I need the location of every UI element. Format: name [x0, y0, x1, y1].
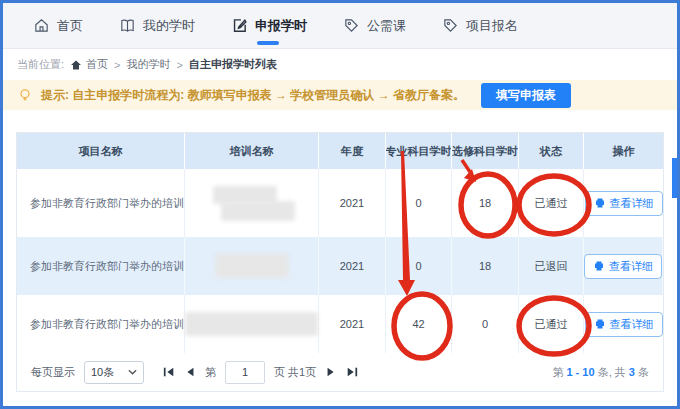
table-header-row: 项目名称 培训名称 年度 专业科目学时 选修科目学时 状态 操作 — [17, 133, 663, 169]
redacted-training-name — [209, 186, 295, 221]
col-header-elective-hours: 选修科目学时 — [452, 133, 519, 169]
col-header-project: 项目名称 — [17, 133, 185, 169]
printer-icon — [593, 260, 605, 272]
breadcrumb: 当前位置: 首页 > 我的学时 > 自主申报学时列表 — [3, 49, 677, 80]
edit-icon — [231, 17, 248, 34]
cell-project: 参加非教育行政部门举办的培训 — [17, 169, 185, 237]
declaration-table-card: 项目名称 培训名称 年度 专业科目学时 选修科目学时 状态 操作 参加非教育行政… — [16, 132, 664, 392]
col-header-action: 操作 — [584, 133, 663, 169]
cell-project: 参加非教育行政部门举办的培训 — [17, 237, 185, 295]
cell-elective-hours: 18 — [452, 237, 519, 295]
last-page-icon[interactable] — [346, 366, 358, 378]
cell-action: 查看详细 — [584, 169, 663, 237]
col-header-major-hours: 专业科目学时 — [386, 133, 452, 169]
first-page-icon[interactable] — [163, 366, 175, 378]
home-icon — [70, 59, 82, 71]
page-prefix: 第 — [205, 365, 216, 380]
page-number-input[interactable] — [225, 361, 265, 384]
per-page-label: 每页显示 — [31, 365, 75, 380]
breadcrumb-separator: > — [177, 59, 183, 71]
tag-icon — [343, 17, 360, 34]
cell-major-hours: 42 — [386, 295, 452, 353]
next-page-icon[interactable] — [325, 366, 337, 378]
nav-item-label: 公需课 — [367, 17, 406, 35]
tip-text: 提示: 自主申报学时流程为: 教师填写申报表 → 学校管理员确认 → 省教厅备案… — [41, 87, 465, 104]
col-header-year: 年度 — [319, 133, 386, 169]
redacted-training-name — [185, 312, 318, 336]
cell-year: 2021 — [319, 169, 386, 237]
nav-item-label: 项目报名 — [466, 17, 518, 35]
printer-icon — [594, 197, 606, 209]
lightbulb-icon — [17, 87, 33, 103]
nav-item-label: 申报学时 — [255, 17, 307, 35]
printer-icon — [594, 318, 606, 330]
nav-item-public-course[interactable]: 公需课 — [343, 3, 406, 48]
prev-page-icon[interactable] — [184, 366, 196, 378]
table-row: 参加非教育行政部门举办的培训 2021 0 18 已退回 查看详细 — [17, 237, 663, 295]
cell-major-hours: 0 — [386, 169, 452, 237]
cell-training-redacted — [185, 169, 319, 237]
redacted-training-name — [215, 254, 289, 278]
breadcrumb-separator: > — [114, 59, 120, 71]
view-detail-button[interactable]: 查看详细 — [585, 312, 663, 337]
book-icon — [119, 17, 136, 34]
cell-elective-hours: 18 — [452, 169, 519, 237]
record-count-summary: 第 1 - 10 条, 共 3 条 — [552, 365, 649, 380]
breadcrumb-my-hours-link[interactable]: 我的学时 — [127, 57, 171, 72]
cell-training-redacted — [185, 237, 319, 295]
active-tab-underline — [257, 41, 279, 45]
view-detail-button[interactable]: 查看详细 — [584, 254, 662, 279]
nav-item-project-signup[interactable]: 项目报名 — [442, 3, 518, 48]
nav-item-declare-hours[interactable]: 申报学时 — [231, 3, 307, 48]
tip-banner: 提示: 自主申报学时流程为: 教师填写申报表 → 学校管理员确认 → 省教厅备案… — [3, 80, 677, 110]
col-header-training: 培训名称 — [185, 133, 319, 169]
cell-action: 查看详细 — [584, 237, 663, 295]
pagination-bar: 每页显示 10条 第 页 共1页 第 1 - 10 条, 共 3 条 — [17, 353, 663, 391]
nav-item-label: 我的学时 — [143, 17, 195, 35]
scrollbar-thumb[interactable] — [672, 158, 677, 198]
nav-item-home[interactable]: 首页 — [33, 3, 83, 48]
breadcrumb-prefix: 当前位置: — [17, 57, 64, 72]
per-page-select[interactable]: 10条 — [84, 361, 144, 384]
cell-project: 参加非教育行政部门举办的培训 — [17, 295, 185, 353]
cell-action: 查看详细 — [584, 295, 663, 353]
fill-declaration-button[interactable]: 填写申报表 — [481, 83, 571, 108]
tag-icon — [442, 17, 459, 34]
cell-major-hours: 0 — [386, 237, 452, 295]
home-icon — [33, 17, 50, 34]
view-detail-button[interactable]: 查看详细 — [585, 191, 663, 216]
breadcrumb-home-link[interactable]: 首页 — [86, 57, 108, 72]
status-badge: 已通过 — [519, 169, 584, 237]
breadcrumb-current: 自主申报学时列表 — [189, 57, 277, 72]
top-navbar: 首页 我的学时 申报学时 公需课 项目报名 — [3, 3, 677, 49]
cell-training-redacted — [185, 295, 319, 353]
nav-item-my-hours[interactable]: 我的学时 — [119, 3, 195, 48]
status-badge: 已通过 — [519, 295, 584, 353]
nav-item-label: 首页 — [57, 17, 83, 35]
cell-elective-hours: 0 — [452, 295, 519, 353]
cell-year: 2021 — [319, 295, 386, 353]
table-row: 参加非教育行政部门举办的培训 2021 0 18 已通过 查看详细 — [17, 169, 663, 237]
chevron-down-icon — [128, 369, 137, 375]
cell-year: 2021 — [319, 237, 386, 295]
page-suffix: 页 共1页 — [274, 365, 316, 380]
table-row: 参加非教育行政部门举办的培训 2021 42 0 已通过 查看详细 — [17, 295, 663, 353]
status-badge: 已退回 — [519, 237, 584, 295]
col-header-status: 状态 — [519, 133, 584, 169]
